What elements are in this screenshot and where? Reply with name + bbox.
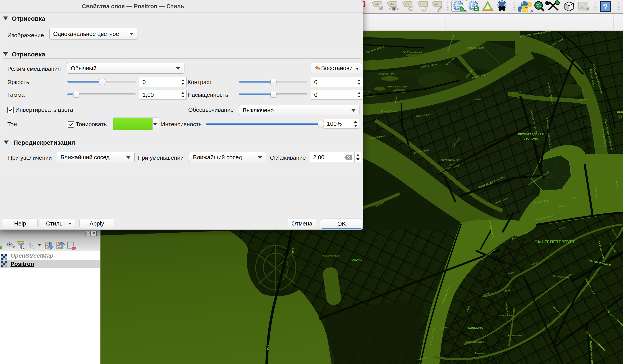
svg-text:ЗСД: ЗСД <box>292 248 295 253</box>
svg-text:Петровский пру: Петровский пру <box>441 158 460 161</box>
svg-text:?: ? <box>603 2 608 11</box>
svg-text:Крюков канал: Крюков канал <box>499 314 513 317</box>
svg-text:ε: ε <box>29 241 31 248</box>
svg-text:СТ: СТ <box>618 115 622 118</box>
svg-text:Большой канал: Большой канал <box>467 46 484 49</box>
svg-text:abc: abc <box>389 2 395 6</box>
svg-text:канал Грибоедова: канал Грибоедова <box>465 341 484 343</box>
svg-text:abc: abc <box>420 2 425 6</box>
svg-text:Омега: Омега <box>474 99 481 101</box>
svg-text:Крестовый пруд: Крестовый пруд <box>388 85 407 88</box>
svg-text:ВЫБ: ВЫБ <box>617 110 623 113</box>
svg-text:ЗСД: ЗСД <box>267 345 269 350</box>
svg-text:3-й Южный пруд: 3-й Южный пруд <box>403 51 422 54</box>
svg-text:39: 39 <box>581 89 584 91</box>
svg-text:САНКТ-ПЕТЕРБУРГ: САНКТ-ПЕТЕРБУРГ <box>534 240 575 244</box>
svg-text:Крюков канал: Крюков канал <box>508 334 522 337</box>
svg-text:abc: abc <box>434 2 440 6</box>
svg-text:Северный пруд: Северный пруд <box>378 72 395 75</box>
svg-text:ab: ab <box>375 2 379 6</box>
svg-text:ГАВАНЬ: ГАВАНЬ <box>351 258 363 262</box>
svg-text:Фонтанка: Фонтанка <box>474 352 486 354</box>
svg-text:КОЛОМНА: КОЛОМНА <box>468 326 483 329</box>
svg-text:Галерная гавань: Галерная гавань <box>323 255 340 257</box>
svg-text:Малая Невка: Малая Невка <box>381 110 396 112</box>
svg-text:СТОРОНА: СТОРОНА <box>524 137 538 140</box>
svg-text:ый пруд: ый пруд <box>362 90 370 93</box>
svg-text:Нева: Нева <box>571 196 577 199</box>
svg-text:abc: abc <box>405 2 410 6</box>
svg-text:ПЕТРОГРАДСКАЯ: ПЕТРОГРАДСКАЯ <box>518 133 544 136</box>
